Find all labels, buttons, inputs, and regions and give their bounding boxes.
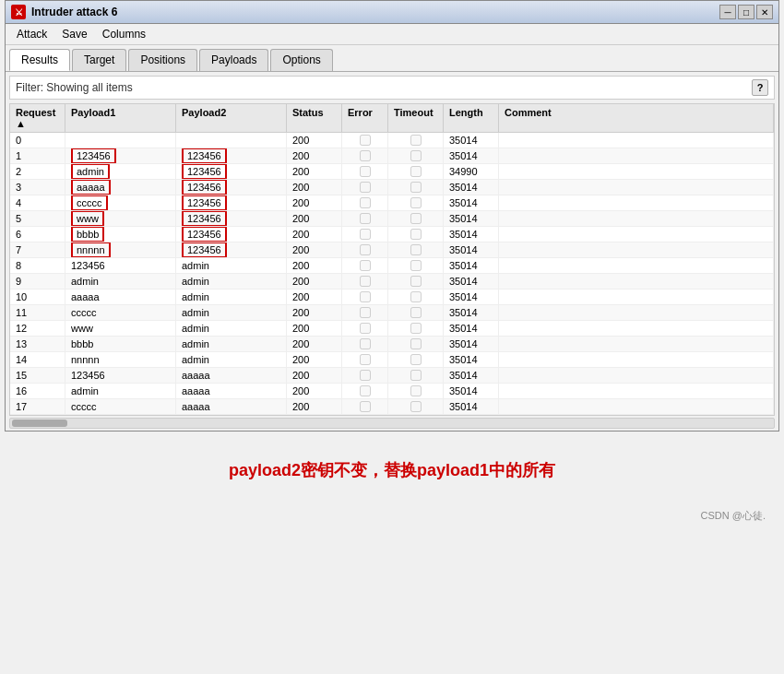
cell-payload1: aaaaa bbox=[65, 180, 176, 195]
cell-payload1: aaaaa bbox=[65, 290, 176, 304]
cell-length: 35014 bbox=[444, 384, 499, 398]
cell-payload2: admin bbox=[176, 274, 287, 289]
table-row: 16adminaaaaa20035014 bbox=[10, 384, 774, 399]
cell-timeout bbox=[388, 305, 444, 320]
cell-payload1: 123456 bbox=[65, 148, 176, 163]
table-row: 11cccccadmin20035014 bbox=[10, 305, 774, 321]
cell-payload2: 123456 bbox=[176, 180, 287, 195]
cell-status: 200 bbox=[287, 384, 342, 398]
cell-comment bbox=[499, 195, 774, 210]
cell-comment bbox=[499, 321, 774, 336]
header-length: Length bbox=[444, 104, 499, 132]
close-button[interactable]: ✕ bbox=[756, 5, 773, 19]
menu-columns[interactable]: Columns bbox=[95, 26, 153, 42]
tab-options[interactable]: Options bbox=[270, 49, 332, 71]
cell-comment bbox=[499, 258, 774, 273]
cell-status: 200 bbox=[287, 195, 342, 210]
tab-bar: Results Target Positions Payloads Option… bbox=[6, 45, 778, 72]
header-status: Status bbox=[287, 104, 342, 132]
cell-comment bbox=[499, 148, 774, 163]
menu-attack[interactable]: Attack bbox=[9, 26, 54, 42]
cell-comment bbox=[499, 399, 774, 414]
table-row: 17cccccaaaaa20035014 bbox=[10, 399, 774, 415]
cell-length: 35014 bbox=[444, 337, 499, 351]
cell-payload2: aaaaa bbox=[176, 384, 287, 398]
menu-bar: Attack Save Columns bbox=[6, 24, 778, 45]
cell-request: 15 bbox=[10, 368, 65, 383]
cell-comment bbox=[499, 368, 774, 383]
cell-payload2: 123456 bbox=[176, 227, 287, 242]
cell-length: 34990 bbox=[444, 164, 499, 179]
table-row: 15123456aaaaa20035014 bbox=[10, 368, 774, 384]
cell-length: 35014 bbox=[444, 148, 499, 163]
cell-error bbox=[342, 195, 388, 210]
cell-error bbox=[342, 368, 388, 383]
cell-status: 200 bbox=[287, 227, 342, 242]
table-row: 4ccccc12345620035014 bbox=[10, 195, 774, 211]
cell-payload1: nnnnn bbox=[65, 242, 176, 257]
minimize-button[interactable]: ─ bbox=[719, 5, 736, 19]
cell-request: 4 bbox=[10, 195, 65, 210]
scrollbar-thumb[interactable] bbox=[12, 420, 67, 427]
cell-length: 35014 bbox=[444, 290, 499, 304]
cell-status: 200 bbox=[287, 274, 342, 289]
tab-target[interactable]: Target bbox=[72, 49, 126, 71]
cell-length: 35014 bbox=[444, 368, 499, 383]
cell-comment bbox=[499, 242, 774, 257]
cell-timeout bbox=[388, 195, 444, 210]
cell-comment bbox=[499, 164, 774, 179]
cell-error bbox=[342, 242, 388, 257]
cell-request: 7 bbox=[10, 242, 65, 257]
header-request: Request ▲ bbox=[10, 104, 65, 132]
cell-comment bbox=[499, 290, 774, 304]
cell-length: 35014 bbox=[444, 274, 499, 289]
cell-comment bbox=[499, 211, 774, 226]
cell-error bbox=[342, 352, 388, 367]
cell-length: 35014 bbox=[444, 321, 499, 336]
cell-payload1: admin bbox=[65, 274, 176, 289]
cell-length: 35014 bbox=[444, 195, 499, 210]
app-icon: ⚔ bbox=[11, 5, 26, 19]
cell-status: 200 bbox=[287, 211, 342, 226]
cell-timeout bbox=[388, 368, 444, 383]
cell-error bbox=[342, 384, 388, 398]
cell-request: 1 bbox=[10, 148, 65, 163]
cell-error bbox=[342, 148, 388, 163]
cell-error bbox=[342, 337, 388, 351]
maximize-button[interactable]: □ bbox=[738, 5, 754, 19]
header-timeout: Timeout bbox=[388, 104, 444, 132]
cell-payload1: ccccc bbox=[65, 305, 176, 320]
cell-timeout bbox=[388, 337, 444, 351]
cell-payload1: nnnnn bbox=[65, 352, 176, 367]
cell-error bbox=[342, 258, 388, 273]
cell-comment bbox=[499, 227, 774, 242]
cell-request: 3 bbox=[10, 180, 65, 195]
cell-status: 200 bbox=[287, 133, 342, 148]
tab-payloads[interactable]: Payloads bbox=[199, 49, 268, 71]
table-row: 8123456admin20035014 bbox=[10, 258, 774, 274]
tab-results[interactable]: Results bbox=[9, 49, 70, 71]
cell-error bbox=[342, 133, 388, 148]
cell-payload1: 123456 bbox=[65, 368, 176, 383]
cell-length: 35014 bbox=[444, 242, 499, 257]
cell-payload2: admin bbox=[176, 321, 287, 336]
cell-request: 9 bbox=[10, 274, 65, 289]
cell-error bbox=[342, 290, 388, 304]
cell-timeout bbox=[388, 321, 444, 336]
cell-payload1: ccccc bbox=[65, 195, 176, 210]
cell-timeout bbox=[388, 211, 444, 226]
cell-payload2: 123456 bbox=[176, 148, 287, 163]
menu-save[interactable]: Save bbox=[54, 26, 94, 42]
cell-status: 200 bbox=[287, 321, 342, 336]
cell-payload2 bbox=[176, 133, 287, 148]
horizontal-scrollbar[interactable] bbox=[9, 418, 775, 429]
help-button[interactable]: ? bbox=[752, 79, 768, 96]
tab-positions[interactable]: Positions bbox=[128, 49, 197, 71]
cell-timeout bbox=[388, 227, 444, 242]
cell-status: 200 bbox=[287, 352, 342, 367]
cell-timeout bbox=[388, 133, 444, 148]
cell-error bbox=[342, 180, 388, 195]
cell-length: 35014 bbox=[444, 180, 499, 195]
cell-timeout bbox=[388, 180, 444, 195]
title-bar: ⚔ Intruder attack 6 ─ □ ✕ bbox=[6, 1, 778, 24]
